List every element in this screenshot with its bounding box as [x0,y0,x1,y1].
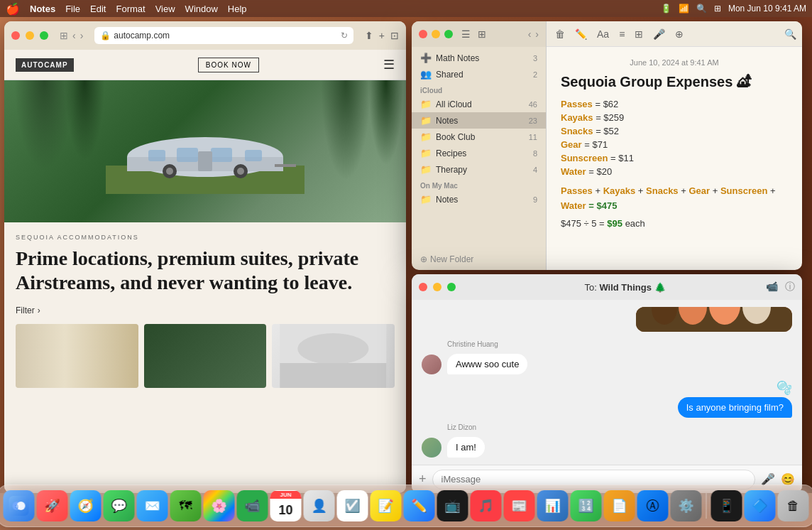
dock-app-freeform[interactable]: ✏️ [404,490,435,521]
dock-app-reminders[interactable]: ☑️ [337,490,368,521]
hamburger-menu-icon[interactable]: ☰ [383,57,395,72]
dock-app-safari[interactable]: 🧭 [70,490,102,521]
notes-folder-all-icloud[interactable]: 📁 All iCloud 46 [412,96,546,112]
notes-grid-icon[interactable]: ⊞ [478,28,486,40]
new-folder-button[interactable]: ⊕ New Folder [412,249,546,270]
notes-folder-book-club[interactable]: 📁 Book Club 11 [412,129,546,145]
dock-app-keynote[interactable]: 📊 [537,490,569,521]
book-now-button[interactable]: BOOK NOW [198,58,259,72]
dock-app-news[interactable]: 📰 [504,490,535,521]
new-tab-icon[interactable]: + [379,30,385,41]
new-note-icon[interactable]: ✏️ [572,27,590,41]
filter-label[interactable]: Filter [16,305,35,315]
messages-video-icon[interactable]: 📹 [766,281,778,293]
audio-icon[interactable]: 🎤 [650,27,668,41]
dock-app-notes[interactable]: 📝 [371,490,402,521]
dock-app-numbers[interactable]: 🔢 [571,490,602,521]
search-icon[interactable]: 🔍 [696,4,707,13]
notes-minimize-button[interactable] [432,30,440,38]
table-icon[interactable]: ⊞ [632,27,646,41]
format-icon[interactable]: ≡ [616,27,627,41]
browser-url-bar[interactable]: 🔒 autocamp.com ↻ [94,27,353,44]
browser-minimize-button[interactable] [26,31,34,40]
messages-fullscreen-button[interactable] [447,283,456,291]
dock-app-tv[interactable]: 📺 [437,490,468,521]
menubar-window[interactable]: Window [185,4,218,14]
sum-result: = $475 [588,200,617,211]
menubar-view[interactable]: View [155,4,175,14]
dock-app-facetime[interactable]: 📹 [237,490,268,521]
dock-app-iphone-mirroring[interactable]: 📱 [711,490,742,521]
dock-app-calendar[interactable]: JUN 10 [270,490,302,521]
notes-folder-shared[interactable]: 👥 Shared 2 [412,66,546,82]
dock-app-photos[interactable]: 🌸 [204,490,235,521]
delete-note-icon[interactable]: 🗑 [552,27,568,41]
notes-search-icon[interactable]: 🔍 [784,28,796,40]
messages-minimize-button[interactable] [433,283,441,291]
notes-folder-recipes[interactable]: 📁 Recipes 8 [412,145,546,161]
thumbnail-1[interactable] [16,324,138,388]
control-center-icon[interactable]: ⊞ [714,4,721,13]
notes-close-button[interactable] [419,30,427,38]
notes-content[interactable]: June 10, 2024 at 9:41 AM Sequoia Group E… [547,47,802,270]
browser-close-button[interactable] [11,31,20,40]
notes-nav-forward-icon[interactable]: › [535,28,539,40]
share-icon[interactable]: ⬆ [365,30,373,41]
browser-fullscreen-button[interactable] [40,31,48,40]
dock-app-contacts[interactable]: 👤 [304,490,335,521]
tab-overview-icon[interactable]: ⊡ [390,30,399,41]
menubar-format[interactable]: Format [116,4,145,14]
messages-info-icon[interactable]: ⓘ [785,281,795,293]
menubar-edit[interactable]: Edit [90,4,106,14]
dock-app-pages[interactable]: 📄 [604,490,635,521]
dock-app-mail[interactable]: ✉️ [137,490,168,521]
dock-app-trash[interactable]: 🗑 [778,490,809,521]
reload-icon[interactable]: ↻ [341,31,348,40]
dock-app-system-preferences[interactable]: ⚙️ [671,490,702,521]
messages-body: Christine Huang Awww soo cute 🫧 Is anyon… [412,300,802,465]
font-size-icon[interactable]: Aa [594,27,612,41]
notes-fullscreen-button[interactable] [444,30,453,38]
svg-point-9 [166,168,173,175]
notes-list-icon[interactable]: ☰ [461,28,471,40]
dock-app-messages[interactable]: 💬 [104,490,135,521]
dock-app-appstore[interactable]: Ⓐ [637,490,669,521]
notes-folder-on-my-mac[interactable]: 📁 Notes 9 [412,191,546,207]
more-icon[interactable]: ⊕ [672,27,686,41]
kayaks-line: Kayaks = $259 [561,112,788,123]
kayaks-sum-label: Kayaks [603,185,636,196]
menubar-right: 🔋 📶 🔍 ⊞ Mon Jun 10 9:41 AM [661,4,806,13]
notes-folder-notes[interactable]: 📁 Notes 23 [412,112,546,129]
notes-folder-therapy[interactable]: 📁 Therapy 4 [412,161,546,178]
snacks-sum-label: Snacks [646,185,679,196]
photo-content [636,307,792,332]
dock-app-maps[interactable]: 🗺 [170,490,202,521]
apple-menu[interactable]: 🍎 [6,2,20,16]
autocamp-logo: AUTOCAMP [16,58,74,72]
thumbnail-3[interactable] [272,324,395,388]
book-club-icon: 📁 [420,131,432,142]
notes-folder-math-notes[interactable]: ➕ Math Notes 3 [412,50,546,66]
browser-titlebar: ⊞ ‹ › 🔒 autocamp.com ↻ ⬆ + ⊡ [4,21,406,50]
menubar-help[interactable]: Help [228,4,247,14]
messages-close-button[interactable] [419,283,427,291]
back-icon[interactable]: ‹ [72,30,76,41]
message-2-bubble: I am! [447,437,485,458]
messages-window: To: Wild Things 🌲 📹 ⓘ [412,274,802,493]
gear-line: Gear = $71 [561,139,788,150]
recipes-count: 8 [533,149,537,158]
all-icloud-count: 46 [529,100,537,109]
dock-app-system-extensions[interactable]: 🔷 [745,490,776,521]
message-outgoing-container: 🫧 Is anyone bringing film? [678,380,792,418]
dock-app-music[interactable]: 🎵 [471,490,502,521]
thumbnail-2[interactable] [144,324,267,388]
datetime: Mon Jun 10 9:41 AM [728,4,806,13]
forward-icon[interactable]: › [80,30,84,41]
dock-app-finder[interactable]: :) [4,490,35,521]
sidebar-toggle-icon[interactable]: ⊞ [60,30,68,41]
dock-app-launchpad[interactable]: 🚀 [37,490,68,521]
gear-sum-label: Gear [688,185,710,196]
menubar-file[interactable]: File [65,4,80,14]
notes-nav-back-icon[interactable]: ‹ [528,28,532,40]
menubar-app-name[interactable]: Notes [30,4,55,14]
